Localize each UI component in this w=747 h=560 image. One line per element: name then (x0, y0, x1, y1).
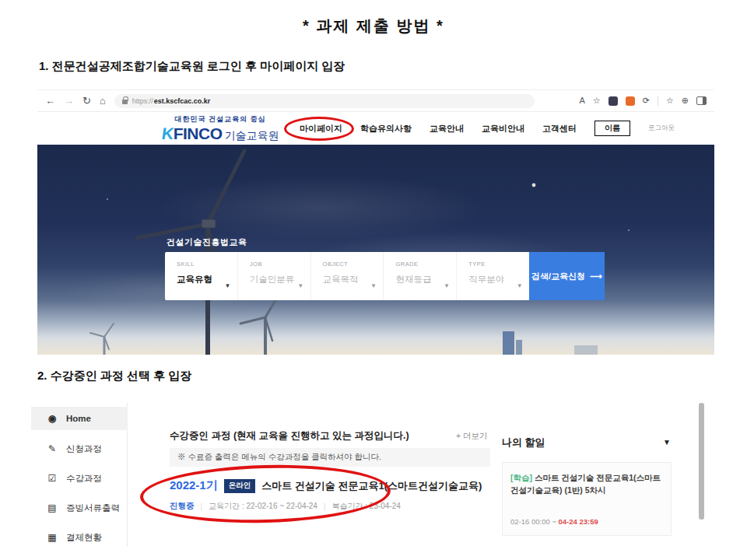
filter-type-label: TYPE (468, 261, 529, 268)
logout-link[interactable]: 로그아웃 (648, 124, 675, 133)
filter-grade[interactable]: GRADE 현재등급 ▾ (384, 252, 457, 300)
checkbox-icon: ☑ (47, 473, 58, 484)
filter-object[interactable]: OBJECT 교육목적 ▾ (311, 252, 384, 300)
nav-learning-notes[interactable]: 학습유의사항 (360, 123, 412, 135)
arrow-right-icon: ⟶ (590, 271, 602, 282)
browser-screenshot: ← → ↻ ⌂ https:// est.kscfcac.co.kr A ☆ ⟳… (37, 89, 714, 354)
sidebar-item-label: 신청과정 (66, 443, 102, 455)
logo-wordmark: KFINCO기술교육원 (146, 124, 294, 144)
filter-skill-label: SKILL (177, 261, 237, 268)
todo-card[interactable]: [학습] 스마트 건설기술 전문교육1(스마트건설기술교육) (1반) 5차시 … (502, 462, 672, 536)
back-icon[interactable]: ← (45, 96, 55, 106)
read-aloud-icon[interactable]: A (579, 96, 584, 105)
vertical-scrollbar[interactable] (699, 403, 704, 520)
favorites-star-icon[interactable]: ☆ (666, 96, 674, 105)
receipt-icon: ▦ (47, 532, 58, 543)
red-circle-annotation-mypage (284, 117, 354, 141)
url-host: est.kscfcac.co.kr (154, 97, 211, 105)
search-apply-button[interactable]: 검색/교육신청 ⟶ (529, 252, 605, 300)
logo-finco: FINCO (174, 124, 223, 142)
todo-tag: [학습] (510, 473, 532, 482)
web-capture-icon[interactable]: ⊕ (682, 96, 689, 105)
chevron-down-icon: ▾ (445, 282, 449, 289)
todo-item-title: 스마트 건설기술 전문교육1(스마트건설기술교육) (1반) 5차시 (510, 473, 661, 495)
filter-skill[interactable]: SKILL 교육유형 ▾ (165, 252, 238, 300)
sidebar-item-payment-status[interactable]: ▦ 결제현황 (31, 526, 128, 549)
extension-dark-icon[interactable] (608, 96, 618, 106)
chevron-down-icon: ▾ (372, 282, 376, 289)
current-courses-heading: 수강중인 과정 (현재 교육을 진행하고 있는 과정입니다.) (170, 429, 409, 443)
collections-icon[interactable]: ⟳ (643, 96, 650, 105)
filter-object-label: OBJECT (323, 261, 384, 268)
certificate-notice: ※ 수료증 출력은 메뉴의 수강과정을 클릭하셔야 합니다. (170, 448, 490, 467)
search-button-label: 검색/교육신청 (531, 271, 585, 282)
filter-job[interactable]: JOB 기술인분류 ▾ (238, 252, 311, 300)
filter-grade-label: GRADE (395, 261, 456, 268)
todo-item-text: [학습] 스마트 건설기술 전문교육1(스마트건설기술교육) (1반) 5차시 (510, 471, 663, 497)
course-search-panel: SKILL 교육유형 ▾ JOB 기술인분류 ▾ OBJECT 교육목적 ▾ G… (165, 252, 529, 300)
favorites-settings-icon[interactable]: ☆ (593, 96, 601, 105)
main-nav: 마이페이지 학습유의사항 교육안내 교육비안내 고객센터 이름 로그아웃 (300, 112, 675, 145)
nav-tuition-info[interactable]: 교육비안내 (482, 123, 524, 135)
chevron-down-icon: ▾ (299, 282, 303, 289)
split-screen-icon[interactable] (696, 96, 707, 105)
todo-date-start: 02-16 00:00 ~ (510, 517, 559, 526)
step-2-label: 2. 수강중인 과정 선택 후 입장 (37, 369, 191, 383)
filter-type[interactable]: TYPE 직무분야 ▾ (457, 252, 529, 300)
kfinco-logo[interactable]: 대한민국 건설교육의 중심 KFINCO기술교육원 (146, 115, 294, 145)
filter-job-label: JOB (250, 261, 310, 268)
site-header: 대한민국 건설교육의 중심 KFINCO기술교육원 마이페이지 학습유의사항 교… (37, 112, 714, 145)
sidebar-item-label: 증빙서류출력 (66, 502, 120, 514)
sidebar-item-apply-courses[interactable]: ✎ 신청과정 (31, 437, 128, 460)
refresh-icon[interactable]: ↻ (82, 96, 91, 106)
nav-customer-center[interactable]: 고객센터 (542, 123, 577, 135)
home-icon[interactable]: ⌂ (100, 96, 106, 106)
sidebar-item-label: 결제현황 (66, 532, 102, 544)
todo-date-range: 02-16 00:00 ~ 04-24 23:59 (510, 517, 598, 526)
sidebar-item-my-courses[interactable]: ☑ 수강과정 (31, 467, 128, 490)
todo-date-deadline: 04-24 23:59 (559, 517, 598, 526)
mypage-sidebar: ◉ Home ✎ 신청과정 ☑ 수강과정 ▤ 증빙서류출력 ▦ 결제현황 (31, 403, 128, 547)
mypage-screenshot: ◉ Home ✎ 신청과정 ☑ 수강과정 ▤ 증빙서류출력 ▦ 결제현황 수강중… (31, 403, 704, 547)
sidebar-item-home[interactable]: ◉ Home (31, 407, 128, 430)
home-circle-icon: ◉ (47, 413, 58, 424)
red-circle-annotation-course (139, 462, 391, 526)
user-name-box: 이름 (594, 121, 630, 136)
logo-k: K (160, 124, 175, 144)
chevron-down-icon: ▾ (517, 282, 521, 289)
page-title: * 과제 제출 방법 * (0, 16, 747, 37)
dropdown-arrow-icon[interactable]: ▼ (663, 438, 671, 446)
logo-suffix: 기술교육원 (225, 129, 279, 142)
more-link[interactable]: + 더보기 (456, 431, 488, 442)
sidebar-item-print-documents[interactable]: ▤ 증빙서류출력 (31, 496, 128, 520)
url-scheme: https:// (132, 97, 153, 105)
wind-turbine-graphic (37, 145, 714, 355)
sidebar-item-label: 수강과정 (66, 473, 102, 485)
todo-panel-title: 나의 할일 (502, 436, 545, 450)
hero-banner: 건설기술진흥법교육 SKILL 교육유형 ▾ JOB 기술인분류 ▾ OBJEC… (37, 145, 714, 355)
pen-icon: ✎ (47, 443, 58, 454)
toolbar-divider (658, 96, 658, 106)
toolbar-right-icons: A ☆ ⟳ ☆ ⊕ (579, 96, 707, 106)
lock-icon (122, 100, 128, 104)
document-icon: ▤ (47, 502, 58, 513)
forward-icon[interactable]: → (64, 96, 74, 106)
nav-education-info[interactable]: 교육안내 (430, 123, 464, 135)
browser-toolbar: ← → ↻ ⌂ https:// est.kscfcac.co.kr A ☆ ⟳… (37, 90, 714, 112)
sidebar-item-label: Home (66, 414, 91, 423)
step-1-label: 1. 전문건설공제조합기술교육원 로그인 후 마이페이지 입장 (39, 59, 345, 74)
logo-tagline: 대한민국 건설교육의 중심 (146, 115, 294, 124)
address-bar[interactable]: https:// est.kscfcac.co.kr (114, 94, 535, 108)
chevron-down-icon: ▾ (226, 282, 230, 289)
extension-orange-icon[interactable] (626, 96, 635, 106)
hero-tab-label[interactable]: 건설기술진흥법교육 (167, 236, 247, 248)
